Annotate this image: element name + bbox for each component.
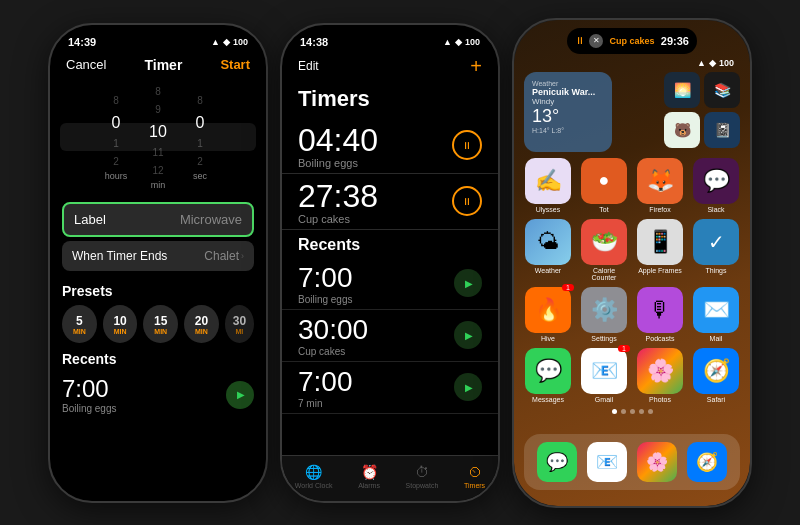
recent-info: 7:00 Boiling eggs xyxy=(62,375,116,414)
widgets-row: Weather Penicuik War... Windy 13° H:14° … xyxy=(514,72,750,152)
dock-safari[interactable]: 🧭 xyxy=(687,442,727,482)
status-icons: ▲ ◆ 100 xyxy=(443,37,480,47)
chevron-right-icon: › xyxy=(241,251,244,261)
timer-row: 27:38 Cup cakes ⏸ xyxy=(298,178,482,225)
settings-icon: ⚙️ xyxy=(591,297,618,323)
presets-title: Presets xyxy=(62,283,254,299)
weather-widget[interactable]: Weather Penicuik War... Windy 13° H:14° … xyxy=(524,72,612,152)
app-label: Safari xyxy=(707,396,725,403)
app-label: Hive xyxy=(541,335,555,342)
app-things[interactable]: ✓ Things xyxy=(692,219,740,281)
signal-icon: ▲ xyxy=(211,37,220,47)
when-timer-ends[interactable]: When Timer Ends Chalet › xyxy=(62,241,254,271)
recent-7min: 7:00 7 min ▶ xyxy=(282,362,498,414)
app-podcasts[interactable]: 🎙 Podcasts xyxy=(636,287,684,342)
calorie-counter-icon: 🥗 xyxy=(591,229,618,255)
firefox-icon: 🦊 xyxy=(647,168,674,194)
preset-10min[interactable]: 10MIN xyxy=(103,305,138,343)
app-ulysses[interactable]: ✍️ Ulysses xyxy=(524,158,572,213)
play-icon: ▶ xyxy=(465,278,473,289)
tab-timers[interactable]: ⏲ Timers xyxy=(464,464,485,489)
app-messages[interactable]: 💬 Messages xyxy=(524,348,572,403)
label-field[interactable]: Label Microwave xyxy=(62,202,254,237)
min-label: min xyxy=(151,180,166,190)
app-apple-frames[interactable]: 📱 Apple Frames xyxy=(636,219,684,281)
app-everlog[interactable]: 📓 xyxy=(704,112,740,148)
label-value: Microwave xyxy=(180,212,242,227)
pause-button[interactable]: ⏸ xyxy=(452,186,482,216)
when-ends-value: Chalet › xyxy=(204,249,244,263)
play-button[interactable]: ▶ xyxy=(454,321,482,349)
dynamic-island[interactable]: ⏸ ✕ Cup cakes 29:36 xyxy=(567,28,697,54)
app-weather[interactable]: 🌤 Weather xyxy=(524,219,572,281)
play-button[interactable]: ▶ xyxy=(454,373,482,401)
preset-15min[interactable]: 15MIN xyxy=(143,305,178,343)
preset-5min[interactable]: 5MIN xyxy=(62,305,97,343)
mail-icon: ✉️ xyxy=(703,297,730,323)
app-firefox[interactable]: 🦊 Firefox xyxy=(636,158,684,213)
timer-cup-cakes: 27:38 Cup cakes ⏸ xyxy=(282,174,498,230)
timer-row: 04:40 Boiling eggs ⏸ xyxy=(298,122,482,169)
timers-icon: ⏲ xyxy=(468,464,482,480)
play-button[interactable]: ▶ xyxy=(454,269,482,297)
recents-section: Recents 7:00 Boiling eggs ▶ xyxy=(50,347,266,422)
pause-button[interactable]: ⏸ xyxy=(452,130,482,160)
start-button[interactable]: Start xyxy=(220,57,250,72)
gmail-icon: 📧 xyxy=(591,358,618,384)
stopwatch-icon: ⏱ xyxy=(415,464,429,480)
dock-messages[interactable]: 💬 xyxy=(537,442,577,482)
wifi-icon: ◆ xyxy=(455,37,462,47)
di-close-button[interactable]: ✕ xyxy=(589,34,603,48)
messages-icon: 💬 xyxy=(535,358,562,384)
signal-icon: ▲ xyxy=(697,58,706,68)
app-tot[interactable]: ● Tot xyxy=(580,158,628,213)
play-icon: ▶ xyxy=(465,382,473,393)
recent-name: 7 min xyxy=(298,398,353,409)
app-label: Apple Frames xyxy=(638,267,682,274)
app-photos[interactable]: 🌸 Photos xyxy=(636,348,684,403)
recent-play-button[interactable]: ▶ xyxy=(226,381,254,409)
app-mail[interactable]: ✉️ Mail xyxy=(692,287,740,342)
recent-item: 7:00 Boiling eggs ▶ xyxy=(62,371,254,418)
status-time: 14:39 xyxy=(68,36,96,48)
preset-30min[interactable]: 30MI xyxy=(225,305,254,343)
sec-picker[interactable]: 8 0 1 2 sec xyxy=(179,92,221,182)
dock-safari-icon: 🧭 xyxy=(696,451,718,473)
timer-picker[interactable]: 8 0 1 2 hours 8 9 10 11 12 min xyxy=(50,79,266,197)
tab-world-clock-label: World Clock xyxy=(295,482,333,489)
preset-20min[interactable]: 20MIN xyxy=(184,305,219,343)
cancel-button[interactable]: Cancel xyxy=(66,57,106,72)
tab-stopwatch-label: Stopwatch xyxy=(406,482,439,489)
hours-label: hours xyxy=(105,171,128,181)
app-grid-4: 💬 Messages 📧 1 Gmail 🌸 Photos 🧭 Safari xyxy=(514,348,750,403)
app-gmail[interactable]: 📧 1 Gmail xyxy=(580,348,628,403)
dock-photos[interactable]: 🌸 xyxy=(637,442,677,482)
hours-picker[interactable]: 8 0 1 2 hours xyxy=(95,92,137,182)
timers-nav: Edit + xyxy=(282,53,498,82)
dock-gmail[interactable]: 📧 xyxy=(587,442,627,482)
app-kindle[interactable]: 📚 xyxy=(704,72,740,108)
app-safari[interactable]: 🧭 Safari xyxy=(692,348,740,403)
app-label: Podcasts xyxy=(646,335,675,342)
app-calorie-counter[interactable]: 🥗 Calorie Counter xyxy=(580,219,628,281)
tab-alarms[interactable]: ⏰ Alarms xyxy=(358,464,380,489)
dot-4 xyxy=(639,409,644,414)
app-bear[interactable]: 🐻 xyxy=(664,112,700,148)
app-waking-up[interactable]: 🌅 xyxy=(664,72,700,108)
di-title: Cup cakes xyxy=(609,36,654,46)
app-hive[interactable]: 🔥 1 Hive xyxy=(524,287,572,342)
ulysses-icon: ✍️ xyxy=(535,168,562,194)
status-time: 14:38 xyxy=(300,36,328,48)
timer-screen: 14:39 ▲ ◆ 100 Cancel Timer Start 8 0 1 xyxy=(50,25,266,501)
waking-up-icon: 🌅 xyxy=(674,82,691,98)
tab-stopwatch[interactable]: ⏱ Stopwatch xyxy=(406,464,439,489)
min-picker[interactable]: 8 9 10 11 12 min xyxy=(137,83,179,191)
tab-world-clock[interactable]: 🌐 World Clock xyxy=(295,464,333,489)
podcasts-icon: 🎙 xyxy=(649,297,671,323)
edit-button[interactable]: Edit xyxy=(298,59,319,73)
app-settings[interactable]: ⚙️ Settings xyxy=(580,287,628,342)
weather-location: Penicuik War... xyxy=(532,87,604,97)
add-timer-button[interactable]: + xyxy=(470,55,482,78)
app-slack[interactable]: 💬 Slack xyxy=(692,158,740,213)
dot-5 xyxy=(648,409,653,414)
